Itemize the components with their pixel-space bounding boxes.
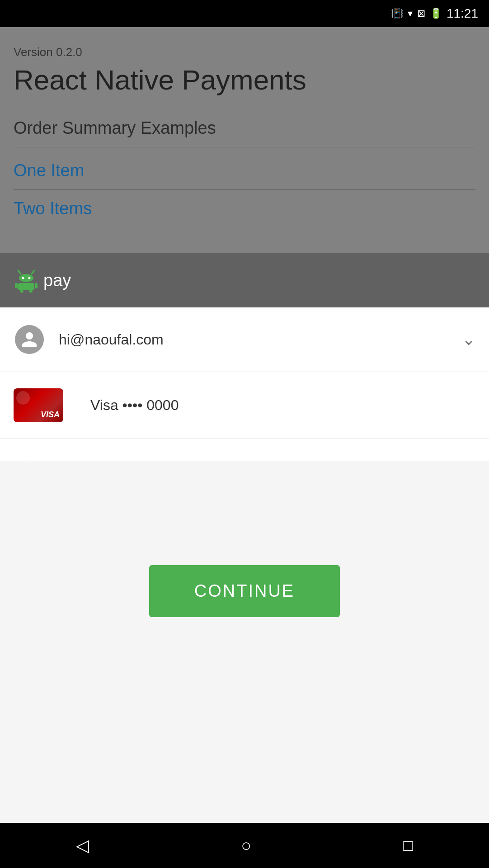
svg-rect-5	[18, 283, 34, 290]
continue-button-container: CONTINUE	[0, 565, 489, 617]
svg-line-0	[18, 270, 21, 274]
pay-label: pay	[43, 271, 71, 290]
person-avatar-icon	[15, 325, 44, 354]
svg-rect-8	[20, 290, 24, 292]
card-row[interactable]: VISA Visa •••• 0000	[0, 372, 489, 439]
divider-1	[14, 147, 475, 147]
nav-recent-button[interactable]	[403, 836, 413, 855]
two-items-link[interactable]: Two Items	[14, 189, 475, 218]
nav-home-button[interactable]	[241, 836, 251, 855]
person-icon-container	[14, 324, 45, 355]
android-robot-icon	[14, 268, 39, 293]
signal-icon: ⊠	[417, 8, 425, 19]
svg-line-1	[32, 270, 34, 274]
bottom-nav	[0, 823, 489, 868]
status-bar: 📳 ▾ ⊠ 🔋 11:21	[0, 0, 489, 27]
background-app: Version 0.2.0 React Native Payments Orde…	[0, 27, 489, 271]
continue-button[interactable]: CONTINUE	[149, 565, 340, 617]
status-icons: 📳 ▾ ⊠ 🔋 11:21	[391, 6, 478, 21]
android-pay-header: pay	[0, 253, 489, 307]
vibrate-icon: 📳	[391, 8, 403, 19]
svg-rect-6	[15, 283, 18, 288]
app-title: React Native Payments	[14, 64, 475, 96]
svg-rect-9	[29, 290, 33, 292]
order-summary-subtitle: Order Summary Examples	[14, 118, 475, 138]
email-row[interactable]: hi@naoufal.com ⌄	[0, 307, 489, 372]
nav-back-button[interactable]	[76, 835, 89, 855]
svg-rect-2	[19, 274, 33, 282]
email-content: hi@naoufal.com ⌄	[59, 330, 475, 349]
version-text: Version 0.2.0	[14, 45, 475, 59]
svg-rect-7	[35, 283, 38, 288]
email-address: hi@naoufal.com	[59, 331, 462, 348]
wifi-icon: ▾	[408, 8, 413, 19]
svg-point-3	[22, 277, 24, 279]
android-pay-logo: pay	[14, 268, 71, 293]
battery-icon: 🔋	[430, 8, 442, 19]
email-chevron-icon[interactable]: ⌄	[462, 330, 475, 349]
svg-point-4	[28, 277, 31, 279]
empty-area	[0, 461, 489, 565]
card-info: Visa •••• 0000	[90, 397, 475, 414]
visa-card-icon: VISA	[14, 388, 63, 422]
status-time: 11:21	[447, 6, 478, 21]
one-item-link[interactable]: One Item	[14, 161, 475, 180]
visa-card-brand-label: VISA	[41, 410, 60, 420]
